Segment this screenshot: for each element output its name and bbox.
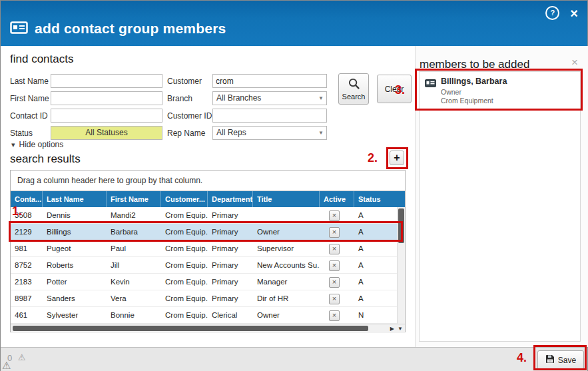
save-button-label: Save (558, 356, 576, 365)
rep-name-label: Rep Name (167, 129, 205, 138)
cell-active: × (320, 224, 354, 240)
search-results-title: search results (10, 153, 81, 166)
deactivate-icon[interactable]: × (329, 294, 340, 304)
deactivate-icon[interactable]: × (329, 244, 340, 254)
help-icon[interactable]: ? (545, 6, 559, 20)
column-header-status[interactable]: Status (354, 191, 405, 207)
clear-button[interactable]: Clear (377, 75, 412, 103)
member-item[interactable]: Billings, Barbara Owner Crom Equipment (420, 72, 580, 108)
cell-title: Owner (253, 307, 320, 323)
group-by-panel[interactable]: Drag a column header here to group by th… (11, 171, 405, 191)
status-label: Status (10, 129, 33, 138)
member-company: Crom Equipment (441, 97, 493, 105)
cell-status: A (354, 290, 397, 306)
first-name-input[interactable] (51, 91, 162, 105)
cell-last-name: Dennis (43, 207, 107, 223)
save-button[interactable]: Save (537, 350, 584, 370)
add-to-members-button[interactable]: + (390, 151, 404, 165)
title-row: add contact group members (10, 21, 226, 37)
column-header-contact-id[interactable]: Conta... (11, 191, 43, 207)
add-contact-group-members-dialog: ? × add contact group members find conta… (0, 0, 588, 371)
vertical-scrollbar-thumb[interactable] (398, 208, 404, 243)
cell-title (253, 207, 320, 223)
table-row[interactable]: 8987 Sanders Vera Crom Equip... Primary … (11, 290, 405, 307)
table-row-selected[interactable]: 2129 Billings Barbara Crom Equip... Prim… (11, 224, 405, 240)
deactivate-icon[interactable]: × (329, 210, 340, 221)
cell-first-name: Barbara (107, 224, 161, 240)
find-contacts-title: find contacts (10, 53, 73, 66)
column-header-last-name[interactable]: Last Name (43, 191, 107, 207)
last-name-input[interactable] (51, 74, 162, 88)
cell-active: × (320, 290, 354, 306)
cell-status: A (354, 257, 397, 273)
grid-header-row: Conta... Last Name First Name Customer..… (11, 191, 405, 207)
cell-customer: Crom Equip... (161, 290, 208, 306)
customer-id-input[interactable] (212, 109, 327, 123)
deactivate-icon[interactable]: × (329, 260, 340, 271)
table-row[interactable]: 3508 Dennis Mandi2 Crom Equip... Primary… (11, 207, 405, 224)
hide-options-toggle[interactable]: ▾ Hide options (11, 140, 63, 149)
cell-contact-id: 461 (11, 307, 43, 323)
search-button[interactable]: Search (338, 73, 369, 105)
table-row[interactable]: 461 Sylvester Bonnie Crom Equip... Cleri… (11, 307, 405, 324)
warning-icon: ⚠ (2, 360, 11, 371)
cell-first-name: Bonnie (107, 307, 161, 323)
table-row[interactable]: 8752 Roberts Jill Crom Equip... Primary … (11, 257, 405, 274)
deactivate-icon[interactable]: × (329, 310, 340, 321)
save-icon (545, 354, 555, 366)
deactivate-icon[interactable]: × (329, 227, 340, 238)
branch-value: All Branches (216, 93, 261, 103)
cell-contact-id: 981 (11, 240, 43, 256)
cell-active: × (320, 274, 354, 290)
cell-department: Primary (208, 290, 253, 306)
column-header-department[interactable]: Department (208, 191, 253, 207)
cell-contact-id: 2129 (11, 224, 43, 240)
status-value: All Statuses (85, 128, 127, 137)
scroll-right-icon[interactable]: ▶ (390, 326, 394, 332)
last-name-label: Last Name (10, 77, 49, 86)
cell-department: Clerical (208, 307, 253, 323)
cell-status: A (354, 274, 397, 290)
table-row[interactable]: 2183 Potter Kevin Crom Equip... Primary … (11, 274, 405, 290)
cell-title: New Accounts Su... (253, 257, 320, 273)
cell-customer: Crom Equip... (161, 274, 208, 290)
scroll-down-icon[interactable]: ▼ (398, 326, 403, 332)
column-header-customer[interactable]: Customer... (161, 191, 208, 207)
clear-members-icon[interactable]: × (571, 57, 578, 68)
rep-name-select[interactable]: All Reps ▼ (212, 126, 327, 140)
close-icon[interactable]: × (570, 7, 578, 20)
deactivate-icon[interactable]: × (329, 277, 340, 288)
cell-contact-id: 3508 (11, 207, 43, 223)
rep-name-value: All Reps (216, 128, 246, 137)
cell-last-name: Sylvester (43, 307, 107, 323)
members-panel: members to be added × Billings, Barbara … (415, 46, 588, 347)
footer-bar: 0 ⚠ ⚠ Save (1, 347, 587, 371)
contact-id-input[interactable] (51, 109, 162, 123)
column-header-title[interactable]: Title (253, 191, 320, 207)
vertical-scrollbar[interactable] (397, 207, 405, 324)
customer-label: Customer (167, 77, 202, 86)
clear-button-label: Clear (385, 85, 404, 94)
cell-customer: Crom Equip... (161, 224, 208, 240)
customer-input[interactable] (212, 74, 327, 88)
horizontal-scrollbar-thumb[interactable] (13, 326, 368, 331)
search-results-grid: Drag a column header here to group by th… (10, 170, 406, 332)
contact-id-label: Contact ID (10, 111, 48, 121)
cell-active: × (320, 307, 354, 323)
cell-first-name: Vera (107, 290, 161, 306)
column-header-first-name[interactable]: First Name (107, 191, 161, 207)
status-select[interactable]: All Statuses (51, 126, 162, 140)
cell-title: Dir of HR (253, 290, 320, 306)
chevron-down-icon: ▼ (318, 130, 324, 137)
horizontal-scrollbar[interactable]: ▶ ▼ (11, 324, 405, 333)
cell-title: Manager (253, 274, 320, 290)
hide-options-label: Hide options (19, 140, 64, 149)
branch-select[interactable]: All Branches ▼ (212, 91, 327, 105)
column-header-active[interactable]: Active (320, 191, 354, 207)
chevron-down-icon: ▾ (11, 141, 15, 148)
table-row[interactable]: 981 Pugeot Paul Crom Equip... Primary Su… (11, 240, 405, 257)
cell-active: × (320, 257, 354, 273)
cell-customer: Crom Equip... (161, 240, 208, 256)
members-panel-title: members to be added (420, 58, 529, 71)
cell-customer: Crom Equip... (161, 257, 208, 273)
